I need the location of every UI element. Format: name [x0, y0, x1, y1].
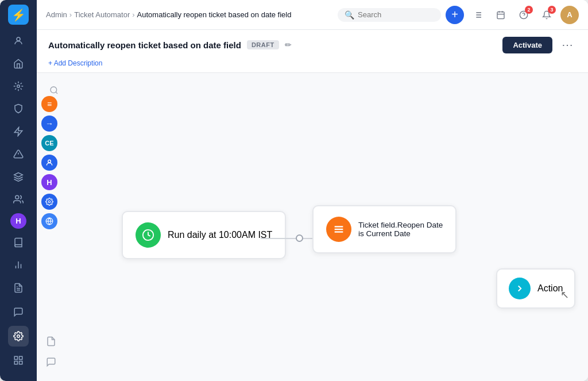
sidebar-item-chat[interactable]	[8, 302, 29, 322]
sidebar: ⚡ H	[0, 0, 37, 381]
canvas-bottom-doc-icon[interactable]	[44, 334, 59, 349]
edit-icon[interactable]: ✏	[285, 40, 292, 49]
search-box[interactable]: 🔍	[338, 8, 441, 22]
breadcrumb-current: Automatically reopen ticket based on dat…	[137, 10, 292, 19]
breadcrumb-admin[interactable]: Admin	[46, 10, 67, 19]
svg-point-1	[17, 85, 20, 88]
tool-h[interactable]: H	[41, 174, 57, 190]
activate-button[interactable]: Activate	[502, 37, 552, 53]
help-badge: 2	[525, 6, 533, 14]
add-description-link[interactable]: + Add Description	[48, 59, 102, 67]
trigger-icon	[136, 222, 161, 248]
breadcrumb: Admin › Ticket Automator › Automatically…	[46, 10, 291, 19]
connector	[261, 234, 320, 242]
sidebar-item-layers[interactable]	[8, 167, 29, 187]
add-button[interactable]: +	[446, 6, 464, 24]
sidebar-item-contacts[interactable]	[8, 30, 29, 51]
avatar[interactable]: A	[560, 6, 579, 24]
connector-line	[261, 238, 296, 239]
svg-marker-2	[14, 127, 22, 136]
svg-rect-13	[14, 356, 17, 359]
sidebar-item-knowledge[interactable]	[8, 232, 29, 252]
breadcrumb-ticket-automator[interactable]: Ticket Automator	[74, 10, 130, 19]
breadcrumb-sep2: ›	[132, 10, 134, 19]
topnav: Admin › Ticket Automator › Automatically…	[37, 0, 588, 30]
search-icon: 🔍	[345, 10, 354, 20]
svg-point-29	[51, 87, 57, 93]
list-view-button[interactable]	[469, 6, 487, 24]
sidebar-item-grid[interactable]	[8, 350, 29, 371]
connector-dot	[296, 234, 303, 242]
tool-settings[interactable]	[41, 194, 57, 210]
condition-label: Ticket field.Reopen Date is Current Date	[358, 221, 443, 238]
help-button[interactable]: 2	[514, 6, 533, 24]
sidebar-item-user[interactable]	[8, 189, 29, 209]
sidebar-item-alerts[interactable]	[8, 144, 29, 164]
draft-badge: DRAFT	[247, 40, 279, 49]
sidebar-item-analytics[interactable]	[8, 255, 29, 275]
main-content: Admin › Ticket Automator › Automatically…	[37, 0, 588, 381]
svg-point-0	[17, 37, 20, 41]
sidebar-item-help[interactable]: H	[10, 213, 26, 229]
sidebar-item-lightning[interactable]	[8, 121, 29, 141]
tool-orange[interactable]: ≡	[41, 96, 57, 112]
action-label: Action	[537, 283, 563, 294]
sidebar-bottom	[8, 276, 29, 376]
svg-line-30	[56, 92, 57, 94]
page-title: Automatically reopen ticket based on dat…	[48, 40, 241, 50]
search-input[interactable]	[358, 10, 427, 19]
canvas-bottom-tools	[44, 334, 59, 370]
svg-rect-14	[20, 356, 22, 359]
condition-icon	[326, 217, 351, 242]
sidebar-item-settings[interactable]	[8, 326, 29, 347]
tool-blue-arrow[interactable]: →	[41, 116, 57, 132]
page-header-top: Automatically reopen ticket based on dat…	[37, 30, 588, 56]
tool-globe[interactable]	[41, 213, 57, 229]
notification-button[interactable]: 3	[537, 6, 556, 24]
trigger-label: Run daily at 10:00AM IST	[168, 230, 272, 240]
canvas[interactable]: ≡ → CE H Run daily at 10:00AM	[37, 73, 588, 381]
svg-marker-5	[14, 172, 23, 177]
svg-point-32	[48, 201, 51, 203]
sidebar-item-inbox[interactable]	[8, 53, 29, 74]
svg-point-12	[17, 335, 20, 338]
topnav-actions: + 2 3 A	[446, 6, 579, 24]
tool-user[interactable]	[41, 155, 57, 171]
breadcrumb-sep1: ›	[69, 10, 72, 19]
notification-badge: 3	[548, 6, 556, 14]
canvas-bottom-chat-icon[interactable]	[44, 355, 59, 370]
canvas-tools: ≡ → CE H	[41, 96, 57, 229]
action-icon	[509, 278, 531, 299]
svg-point-6	[16, 195, 19, 199]
tool-ce[interactable]: CE	[41, 135, 57, 151]
calendar-button[interactable]	[492, 6, 510, 24]
svg-rect-16	[14, 361, 17, 364]
svg-point-31	[48, 160, 51, 163]
sidebar-item-shield[interactable]	[8, 99, 29, 119]
sidebar-item-reports[interactable]	[8, 278, 29, 298]
add-description-row: + Add Description	[37, 56, 588, 72]
svg-rect-23	[497, 11, 504, 18]
more-options-button[interactable]: ⋯	[558, 36, 577, 54]
sidebar-logo[interactable]: ⚡	[8, 5, 29, 25]
action-node[interactable]: Action	[496, 268, 575, 309]
page-header: Automatically reopen ticket based on dat…	[37, 30, 588, 73]
sidebar-item-bugs[interactable]	[8, 76, 29, 96]
condition-node[interactable]: Ticket field.Reopen Date is Current Date	[312, 205, 457, 253]
svg-rect-15	[20, 361, 22, 364]
